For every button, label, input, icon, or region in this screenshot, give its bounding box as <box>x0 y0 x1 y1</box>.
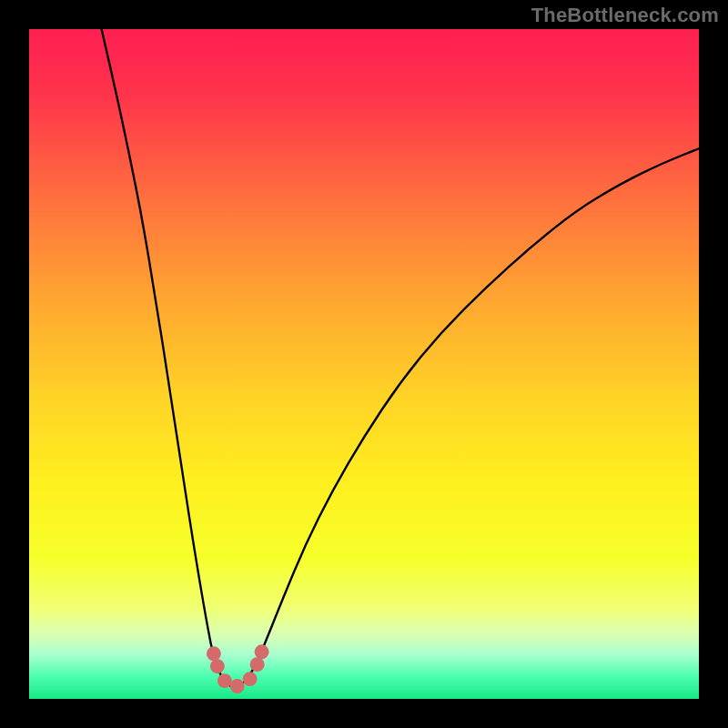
curve-marker <box>207 646 221 661</box>
watermark-text: TheBottleneck.com <box>531 4 719 27</box>
curve-marker <box>255 644 269 659</box>
curve-marker <box>243 672 258 686</box>
gradient-background <box>29 29 699 699</box>
curve-marker <box>250 657 265 672</box>
chart-stage: TheBottleneck.com <box>0 0 728 728</box>
curve-marker <box>217 673 232 688</box>
plot-area <box>27 27 701 701</box>
curve-marker <box>210 659 225 673</box>
chart-svg <box>29 29 699 699</box>
curve-marker <box>230 679 245 693</box>
